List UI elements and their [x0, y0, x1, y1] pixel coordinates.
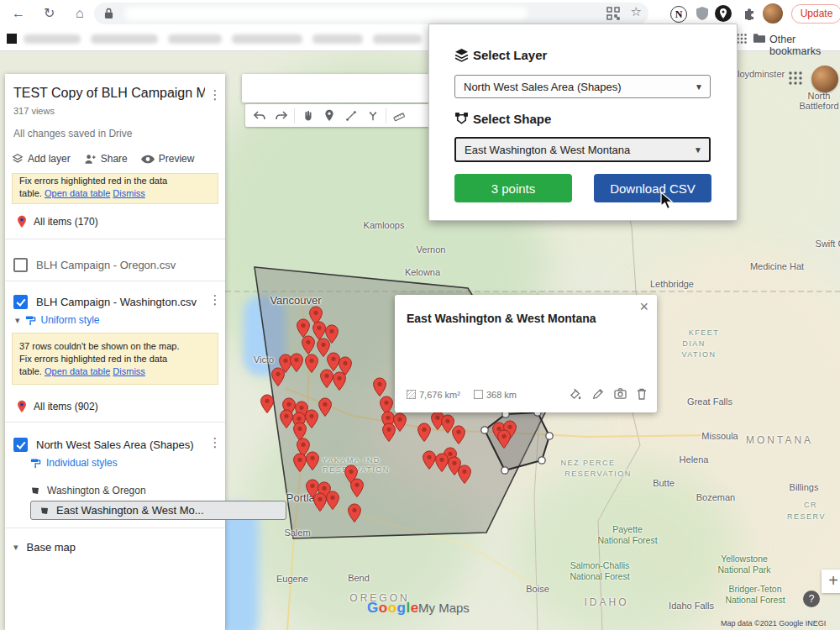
download-csv-button[interactable]: Download CSV: [594, 174, 711, 202]
preview-button[interactable]: Preview: [141, 153, 195, 165]
map-menu-kebab-icon[interactable]: ⋮: [208, 87, 222, 102]
map-pin[interactable]: [417, 423, 432, 443]
info-window-title: East Washington & West Montana: [407, 312, 596, 325]
map-pin[interactable]: [451, 425, 466, 445]
draw-line-icon[interactable]: [340, 106, 362, 126]
map-pin[interactable]: [349, 478, 365, 498]
qr-grid-icon[interactable]: [606, 7, 620, 20]
profile-avatar[interactable]: [763, 3, 783, 24]
open-data-table-link[interactable]: Open data table: [45, 366, 110, 376]
map-pin[interactable]: [260, 394, 275, 414]
bookmark-item-redacted[interactable]: [24, 34, 81, 44]
layer-row-oregon[interactable]: BLH Campaign - Oregon.csv: [13, 252, 222, 277]
other-bookmarks-button[interactable]: Other bookmarks: [769, 34, 840, 57]
layer-checkbox[interactable]: [13, 295, 28, 309]
layer-warning: 37 rows couldn't be shown on the map. Fi…: [12, 333, 218, 385]
delete-trash-icon[interactable]: [637, 388, 647, 401]
chevron-down-icon[interactable]: ▾: [13, 542, 18, 553]
bookmark-favicon[interactable]: [7, 34, 17, 44]
style-paint-icon[interactable]: [570, 388, 582, 401]
bookmark-item-redacted[interactable]: [91, 34, 158, 44]
dismiss-link[interactable]: Dismiss: [113, 188, 145, 198]
close-icon[interactable]: ×: [639, 298, 648, 316]
uniform-style-row[interactable]: ▾ Uniform style: [15, 314, 100, 326]
layer-menu-kebab-icon[interactable]: ⋮: [208, 435, 222, 450]
layer-select-dropdown[interactable]: North West Sales Area (Shapes) ▼: [454, 75, 711, 98]
select-shape-label: Select Shape: [473, 112, 551, 126]
shape-select-dropdown[interactable]: East Washington & West Montana ▼: [454, 137, 711, 162]
map-pin[interactable]: [318, 397, 333, 417]
base-map-row[interactable]: ▾ Base map: [13, 536, 222, 558]
map-pin[interactable]: [332, 371, 347, 391]
update-chrome-button[interactable]: Update: [791, 4, 840, 24]
share-button[interactable]: Share: [84, 153, 128, 165]
map-pin[interactable]: [305, 451, 320, 471]
google-logo-letter: g: [397, 600, 407, 616]
shape-area: 7,676 km²: [407, 390, 460, 400]
map-pin[interactable]: [325, 491, 340, 511]
map-pin[interactable]: [457, 465, 472, 485]
address-bar[interactable]: ☆: [94, 3, 648, 24]
map-pin[interactable]: [496, 429, 512, 449]
edit-pencil-icon[interactable]: [592, 388, 604, 401]
undo-icon[interactable]: [249, 106, 270, 126]
home-icon[interactable]: ⌂: [76, 5, 84, 22]
bookmark-star-icon[interactable]: ☆: [631, 4, 642, 19]
bookmarks-grid-icon[interactable]: [736, 33, 748, 45]
shape-perimeter: 368 km: [474, 390, 517, 400]
bookmark-item-redacted[interactable]: [373, 34, 422, 44]
extensions-puzzle-icon[interactable]: [743, 6, 757, 20]
map-attribution: Map data ©2021 Google INEGI: [721, 619, 826, 627]
my-maps-label: My Maps: [418, 601, 470, 615]
back-icon[interactable]: ←: [12, 5, 25, 22]
map-pin[interactable]: [347, 503, 362, 523]
bookmark-item-redacted[interactable]: [168, 34, 222, 44]
map-pin[interactable]: [270, 367, 286, 387]
layer-row-washington[interactable]: BLH Campaign - Washington.csv: [13, 291, 222, 312]
shape-info-window: × East Washington & West Montana 7,676 k…: [395, 295, 657, 412]
bookmark-item-redacted[interactable]: [232, 34, 302, 44]
extension-shield-icon[interactable]: [696, 6, 709, 21]
redo-icon[interactable]: [270, 106, 292, 126]
add-directions-icon[interactable]: [362, 106, 384, 126]
reload-icon[interactable]: ↻: [44, 5, 55, 22]
layer-checkbox[interactable]: [13, 258, 28, 272]
map-pin[interactable]: [289, 353, 304, 373]
map-pin[interactable]: [304, 354, 319, 374]
measure-ruler-icon[interactable]: [388, 106, 410, 126]
layer-checkbox[interactable]: [13, 438, 28, 452]
map-pin[interactable]: [372, 377, 387, 397]
shape-item-east-washington-west-montana[interactable]: East Washington & West Mo...: [30, 501, 286, 520]
camera-icon[interactable]: [614, 388, 627, 401]
marker-icon: [17, 215, 27, 228]
extension-n-icon[interactable]: N: [670, 6, 687, 23]
map-search-box[interactable]: [242, 74, 430, 102]
area-icon: [407, 390, 416, 399]
add-layer-button[interactable]: Add layer: [12, 153, 71, 165]
account-avatar[interactable]: [811, 66, 838, 92]
points-count-button[interactable]: 3 points: [454, 174, 572, 202]
add-marker-icon[interactable]: [318, 106, 340, 126]
chevron-down-icon[interactable]: ▾: [15, 315, 20, 326]
dropdown-arrow-icon: ▼: [695, 82, 703, 92]
dismiss-link[interactable]: Dismiss: [113, 366, 145, 376]
individual-styles-row[interactable]: Individual styles: [30, 457, 118, 469]
all-items-row[interactable]: All items (170): [17, 215, 98, 228]
google-apps-grid-icon[interactable]: [788, 71, 803, 86]
shape-item-washington-oregon[interactable]: Washington & Oregon: [5, 480, 225, 500]
bookmark-item-redacted[interactable]: [312, 34, 363, 44]
help-button[interactable]: ?: [803, 591, 820, 607]
map-title[interactable]: TEST Copy of BLH Campaign Ma...: [13, 86, 205, 101]
select-hand-icon[interactable]: [297, 106, 318, 126]
layer-menu-kebab-icon[interactable]: ⋮: [208, 292, 222, 307]
map-pin[interactable]: [381, 423, 396, 443]
extension-popup: Select Layer North West Sales Area (Shap…: [428, 24, 738, 221]
paint-roller-icon: [30, 458, 41, 469]
all-items-row[interactable]: All items (902): [17, 400, 98, 413]
zoom-in-button[interactable]: +: [822, 570, 840, 593]
extension-location-icon[interactable]: [714, 4, 732, 23]
layer-row-nw-sales-area[interactable]: North West Sales Area (Shapes): [13, 433, 222, 455]
shape-vector-icon: [454, 112, 469, 126]
eye-icon: [141, 155, 155, 164]
open-data-table-link[interactable]: Open data table: [45, 188, 110, 198]
